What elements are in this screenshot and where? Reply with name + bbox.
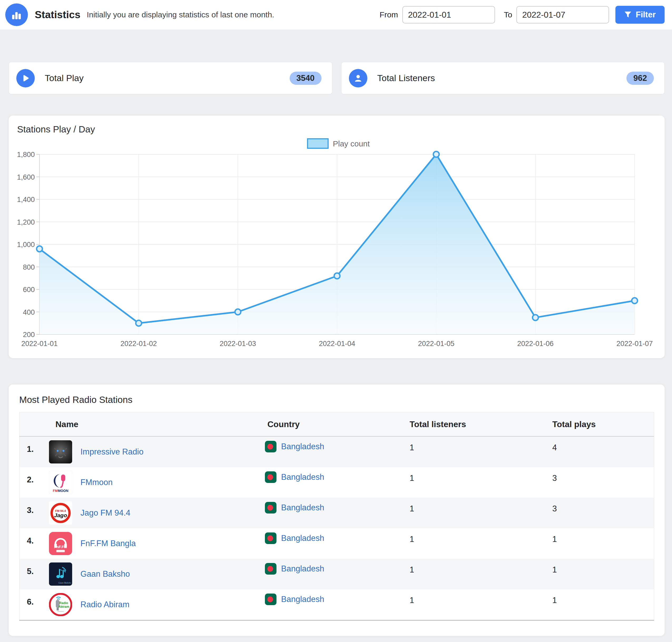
x-axis-label: 2022-01-07: [617, 340, 653, 348]
station-name-link[interactable]: Jago FM 94.4: [80, 508, 131, 518]
country-link[interactable]: Bangladesh: [281, 564, 324, 574]
country-link[interactable]: Bangladesh: [281, 534, 324, 543]
to-label: To: [504, 10, 513, 19]
station-name-link[interactable]: FnF.FM Bangla: [80, 539, 136, 548]
bangladesh-flag-icon: [265, 532, 276, 544]
name-column-header: Name: [49, 413, 260, 437]
svg-text:~~~~~: ~~~~~: [57, 610, 64, 613]
legend-swatch: [308, 139, 328, 148]
station-rank: 5.: [20, 559, 49, 589]
data-point-marker[interactable]: [136, 320, 142, 326]
stations-play-chart: Play count1,8001,6001,4001,2001,00080060…: [9, 134, 664, 349]
y-axis-label: 200: [23, 331, 35, 339]
data-point-marker[interactable]: [532, 315, 538, 320]
table-row: 2.FMMOONFMmoonBangladesh13: [20, 467, 654, 498]
data-point-marker[interactable]: [37, 246, 42, 252]
station-name-link[interactable]: FMmoon: [80, 478, 113, 487]
total-plays-value: 1: [546, 528, 654, 559]
bangladesh-flag-icon: [265, 593, 276, 605]
total-plays-column-header: Total plays: [546, 413, 654, 437]
total-listeners-value-badge: 962: [626, 72, 654, 85]
most-played-stations-table: Name Country Total listeners Total plays…: [19, 412, 654, 621]
bangladesh-flag-icon: [265, 563, 276, 575]
station-name-link[interactable]: Radio Abiram: [80, 600, 130, 609]
station-rank: 1.: [20, 436, 49, 467]
top-header-bar: Statistics Initially you are displaying …: [0, 0, 672, 29]
bangladesh-flag-icon: [265, 471, 276, 483]
jago-fm-logo: FM 94.4Jago: [49, 501, 72, 525]
station-rank: 6.: [20, 589, 49, 620]
total-listeners-value: 1: [403, 467, 546, 498]
play-icon: [16, 69, 35, 87]
svg-text:Radio: Radio: [59, 601, 68, 605]
svg-text:Abiram: Abiram: [58, 605, 69, 608]
funnel-icon: [624, 11, 631, 18]
country-link[interactable]: Bangladesh: [281, 472, 324, 482]
page-subtitle: Initially you are displaying statistics …: [87, 10, 274, 19]
station-rank: 4.: [20, 528, 49, 559]
y-axis-label: 600: [23, 286, 35, 294]
impressive-radio-logo: [49, 440, 72, 463]
svg-text:FnF.FM: FnF.FM: [54, 545, 67, 549]
x-axis-label: 2022-01-02: [120, 340, 157, 348]
person-icon: [349, 69, 367, 87]
filter-button-label: Filter: [636, 10, 656, 20]
total-plays-value: 4: [546, 436, 654, 467]
x-axis-label: 2022-01-06: [517, 340, 554, 348]
y-axis-label: 1,400: [17, 196, 35, 204]
page-title: Statistics: [35, 9, 80, 21]
total-listeners-label: Total Listeners: [377, 73, 435, 83]
x-axis-label: 2022-01-01: [21, 340, 58, 348]
total-listeners-column-header: Total listeners: [403, 413, 546, 437]
station-name-link[interactable]: Gaan Baksho: [80, 569, 130, 579]
table-row: 3.FM 94.4JagoJago FM 94.4Bangladesh13: [20, 498, 654, 528]
bangladesh-flag-icon: [265, 502, 276, 513]
data-point-marker[interactable]: [632, 298, 637, 304]
x-axis-label: 2022-01-04: [319, 340, 355, 348]
statistics-bar-chart-icon: [5, 3, 28, 26]
rank-column-header: [20, 413, 49, 437]
country-link[interactable]: Bangladesh: [281, 503, 324, 512]
table-title: Most Played Radio Stations: [19, 395, 654, 405]
table-row: 5.Gaan BakshoGaan BakshoBangladesh11: [20, 559, 654, 589]
total-plays-value: 3: [546, 467, 654, 498]
total-plays-value: 3: [546, 498, 654, 528]
stations-play-per-day-card: Stations Play / Day Play count1,8001,600…: [9, 116, 664, 358]
station-rank: 3.: [20, 498, 49, 528]
filter-button[interactable]: Filter: [616, 6, 664, 24]
data-point-marker[interactable]: [235, 309, 241, 315]
country-column-header: Country: [260, 413, 403, 437]
data-point-marker[interactable]: [334, 273, 340, 279]
fnf-fm-bangla-logo: FnF.FM: [49, 532, 72, 555]
country-link[interactable]: Bangladesh: [281, 594, 324, 604]
y-axis-label: 1,800: [17, 151, 35, 158]
total-listeners-value: 1: [403, 559, 546, 589]
legend-label: Play count: [333, 139, 370, 148]
x-axis-label: 2022-01-05: [418, 340, 454, 348]
most-played-stations-card: Most Played Radio Stations Name Country …: [9, 384, 664, 636]
svg-text:FMMOON: FMMOON: [53, 489, 68, 493]
total-listeners-value: 1: [403, 436, 546, 467]
gaan-baksho-logo: Gaan Baksho: [49, 563, 72, 586]
country-link[interactable]: Bangladesh: [281, 442, 324, 451]
total-plays-value: 1: [546, 589, 654, 620]
data-point-marker[interactable]: [434, 151, 439, 157]
from-date-input[interactable]: [402, 6, 495, 23]
total-play-card: Total Play 3540: [9, 62, 332, 94]
total-listeners-card: Total Listeners 962: [341, 62, 665, 94]
total-listeners-value: 1: [403, 589, 546, 620]
table-row: 4.FnF.FMFnF.FM BanglaBangladesh11: [20, 528, 654, 559]
fmmoon-logo: FMMOON: [49, 471, 72, 494]
chart-title: Stations Play / Day: [17, 124, 664, 134]
x-axis-label: 2022-01-03: [220, 340, 256, 348]
station-rank: 2.: [20, 467, 49, 498]
total-listeners-value: 1: [403, 528, 546, 559]
station-name-link[interactable]: Impressive Radio: [80, 447, 143, 457]
y-axis-label: 1,000: [17, 241, 35, 248]
stat-cards-row: Total Play 3540 Total Listeners 962: [9, 62, 664, 94]
from-label: From: [380, 10, 398, 19]
to-date-input[interactable]: [516, 6, 609, 23]
total-play-value-badge: 3540: [290, 72, 322, 85]
main-content: Total Play 3540 Total Listeners 962 Stat…: [0, 29, 672, 636]
y-axis-label: 800: [23, 263, 35, 271]
